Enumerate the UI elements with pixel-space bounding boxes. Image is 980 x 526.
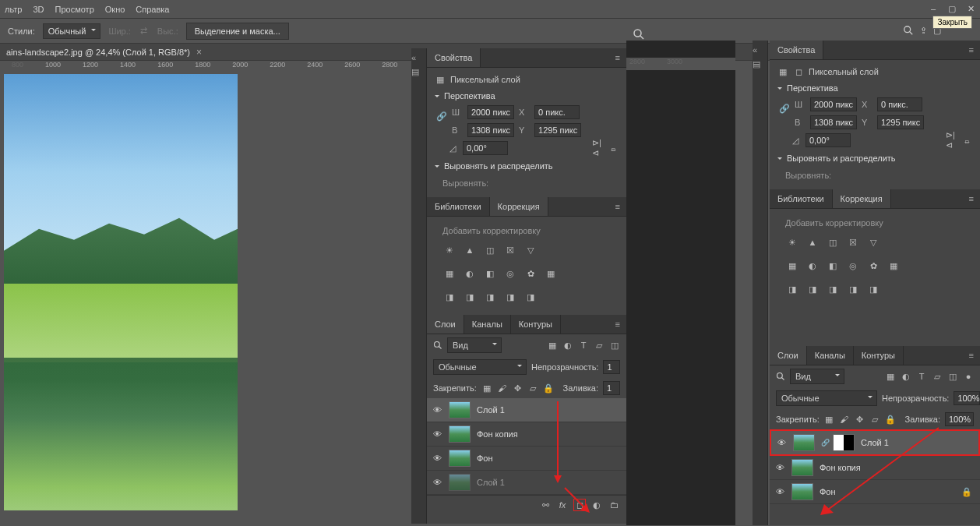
vibrance-icon[interactable]: ▽ bbox=[523, 243, 538, 257]
layer-name-label[interactable]: Слой 1 bbox=[477, 405, 505, 415]
blend-mode-dropdown[interactable]: Обычные bbox=[433, 359, 527, 375]
menu-window[interactable]: Окно bbox=[105, 5, 125, 14]
layer-thumbnail[interactable] bbox=[793, 434, 815, 451]
filter-type-icon[interactable]: T bbox=[578, 340, 589, 351]
visibility-icon[interactable]: 👁 bbox=[432, 453, 442, 464]
visibility-icon[interactable]: 👁 bbox=[432, 404, 442, 415]
adjustment-layer-icon[interactable]: ◐ bbox=[590, 499, 603, 511]
layer-filter-dropdown[interactable]: Вид bbox=[447, 337, 502, 353]
tab-layers[interactable]: Слои bbox=[427, 315, 464, 334]
close-tab-icon[interactable]: × bbox=[196, 47, 202, 58]
layer-item[interactable]: 👁 🔗 Слой 1 bbox=[770, 429, 980, 456]
layer-item[interactable]: 👁 Слой 1 bbox=[427, 398, 626, 422]
invert-icon[interactable]: ◨ bbox=[785, 282, 799, 296]
lock-position-icon[interactable]: ✥ bbox=[512, 383, 523, 394]
panel-menu-icon[interactable]: ≡ bbox=[609, 48, 626, 67]
lock-icon[interactable]: 🔒 bbox=[885, 414, 896, 425]
levels-icon[interactable]: ▲ bbox=[463, 243, 477, 257]
fill-value[interactable]: 1 bbox=[603, 381, 620, 395]
threshold-icon[interactable]: ◨ bbox=[483, 290, 497, 304]
visibility-icon[interactable]: 👁 bbox=[774, 462, 785, 473]
select-and-mask-button[interactable]: Выделение и маска... bbox=[186, 23, 289, 40]
dock-panel-icon[interactable]: ▤ bbox=[411, 67, 426, 77]
menu-help[interactable]: Справка bbox=[136, 5, 169, 14]
selective-color-icon[interactable]: ◨ bbox=[866, 282, 880, 296]
bw-icon[interactable]: ◧ bbox=[826, 259, 840, 273]
posterize-icon[interactable]: ◨ bbox=[806, 282, 820, 296]
dock-panel-icon[interactable]: ▤ bbox=[753, 59, 767, 69]
transform-section-head[interactable]: Перспектива bbox=[777, 83, 972, 93]
panel-menu-icon[interactable]: ≡ bbox=[963, 41, 980, 59]
link-dimensions-icon[interactable]: 🔗 bbox=[435, 105, 449, 127]
opacity-value[interactable]: 1 bbox=[603, 360, 620, 374]
link-layers-icon[interactable]: ⚯ bbox=[539, 499, 552, 511]
exposure-icon[interactable]: ☒ bbox=[503, 243, 517, 257]
filter-smart-icon[interactable]: ◫ bbox=[609, 340, 620, 351]
invert-icon[interactable]: ◨ bbox=[442, 290, 457, 304]
height-field[interactable]: 1308 пикс bbox=[810, 115, 857, 129]
filter-shape-icon[interactable]: ▱ bbox=[932, 371, 943, 382]
levels-icon[interactable]: ▲ bbox=[806, 235, 820, 249]
minimize-icon[interactable]: – bbox=[925, 2, 941, 16]
visibility-icon[interactable]: 👁 bbox=[432, 477, 442, 488]
tab-paths[interactable]: Контуры bbox=[511, 315, 561, 334]
layer-thumbnail[interactable] bbox=[449, 450, 471, 467]
visibility-icon[interactable]: 👁 bbox=[776, 437, 787, 448]
brightness-icon[interactable]: ☀ bbox=[785, 235, 799, 249]
curves-icon[interactable]: ◫ bbox=[826, 235, 840, 249]
angle-field[interactable]: 0,00° bbox=[806, 133, 851, 147]
search-icon-right[interactable] bbox=[903, 25, 914, 36]
layer-name-label[interactable]: Слой 1 bbox=[861, 438, 889, 447]
filter-adjust-icon[interactable]: ◐ bbox=[901, 371, 911, 382]
filter-pixel-icon[interactable]: ▦ bbox=[547, 340, 558, 351]
filter-shape-icon[interactable]: ▱ bbox=[594, 340, 605, 351]
menu-view[interactable]: Просмотр bbox=[55, 5, 94, 14]
maximize-icon[interactable]: ▢ bbox=[944, 2, 960, 16]
hue-icon[interactable]: ▦ bbox=[442, 267, 457, 281]
flip-h-icon[interactable]: ⊳|⊲ bbox=[592, 143, 603, 154]
lock-pixels-icon[interactable]: 🖌 bbox=[496, 383, 507, 394]
tab-properties[interactable]: Свойства bbox=[770, 41, 823, 59]
angle-field[interactable]: 0,00° bbox=[463, 141, 508, 155]
filter-adjust-icon[interactable]: ◐ bbox=[562, 340, 573, 351]
dock-collapse-icon[interactable]: « bbox=[753, 45, 767, 55]
layer-item[interactable]: 👁 Фон копия bbox=[427, 422, 626, 447]
add-mask-icon[interactable]: ◻ bbox=[573, 499, 586, 511]
lock-pixels-icon[interactable]: 🖌 bbox=[839, 414, 849, 425]
layer-item[interactable]: 👁 Слой 1 bbox=[427, 471, 626, 495]
gradient-map-icon[interactable]: ◨ bbox=[503, 290, 517, 304]
panel-menu-icon[interactable]: ≡ bbox=[963, 189, 980, 208]
panel-menu-icon[interactable]: ≡ bbox=[609, 315, 626, 334]
gradient-map-icon[interactable]: ◨ bbox=[846, 282, 860, 296]
close-icon[interactable]: ✕ bbox=[963, 2, 978, 16]
layer-name-label[interactable]: Слой 1 bbox=[477, 478, 505, 487]
height-field[interactable]: 1308 пикс bbox=[467, 123, 514, 137]
style-dropdown[interactable]: Обычный bbox=[43, 23, 101, 39]
menu-filter[interactable]: льтр bbox=[5, 5, 22, 14]
layer-thumbnail[interactable] bbox=[791, 483, 813, 500]
posterize-icon[interactable]: ◨ bbox=[463, 290, 477, 304]
menu-3d[interactable]: 3D bbox=[33, 5, 44, 14]
link-mask-icon[interactable]: 🔗 bbox=[821, 439, 830, 447]
selective-color-icon[interactable]: ◨ bbox=[523, 290, 538, 304]
visibility-icon[interactable]: 👁 bbox=[432, 429, 442, 440]
y-field[interactable]: 1295 пикс bbox=[534, 123, 581, 137]
lock-icon[interactable]: 🔒 bbox=[543, 383, 554, 394]
align-section-head[interactable]: Выровнять и распределить bbox=[777, 154, 972, 163]
layer-mask-thumbnail[interactable] bbox=[833, 434, 855, 451]
filter-pixel-icon[interactable]: ▦ bbox=[885, 371, 896, 382]
panel-menu-icon[interactable]: ≡ bbox=[963, 346, 980, 365]
tab-correction[interactable]: Коррекция bbox=[490, 197, 548, 216]
balance-icon[interactable]: ◐ bbox=[463, 267, 477, 281]
brightness-icon[interactable]: ☀ bbox=[442, 243, 457, 257]
layer-name-label[interactable]: Фон копия bbox=[820, 463, 861, 472]
lock-artboard-icon[interactable]: ▱ bbox=[527, 383, 538, 394]
visibility-icon[interactable]: 👁 bbox=[774, 486, 785, 497]
layer-item[interactable]: 👁 Фон 🔒 bbox=[770, 480, 980, 504]
flip-h-icon[interactable]: ⊳|⊲ bbox=[946, 135, 957, 146]
curves-icon[interactable]: ◫ bbox=[483, 243, 497, 257]
tab-properties[interactable]: Свойства bbox=[427, 48, 481, 67]
filter-type-icon[interactable]: T bbox=[916, 371, 927, 382]
canvas-image[interactable] bbox=[4, 74, 238, 510]
width-field[interactable]: 2000 пикс bbox=[467, 105, 514, 119]
